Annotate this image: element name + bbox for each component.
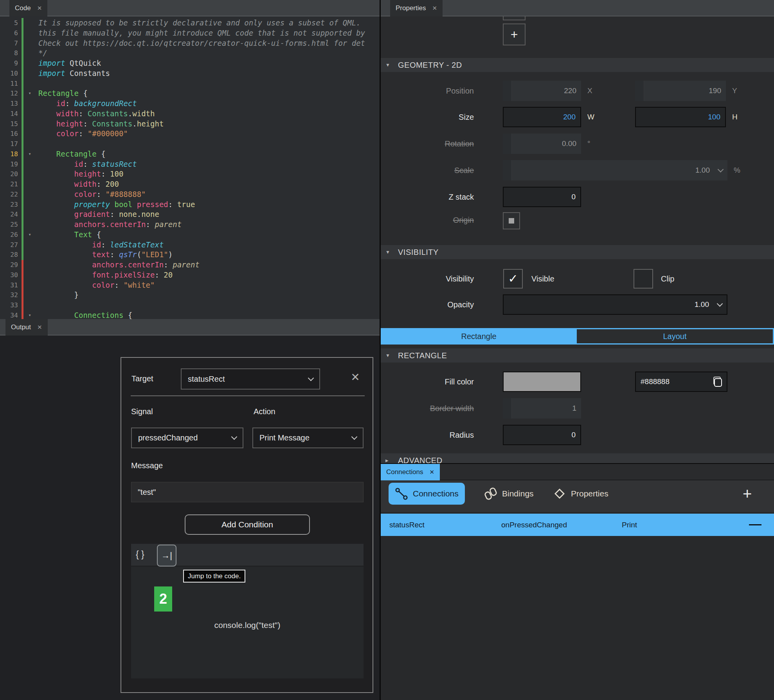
copy-icon[interactable] <box>713 377 722 387</box>
scale-field: 1.00 <box>503 160 727 180</box>
tab-properties[interactable]: Properties✕ <box>390 0 443 16</box>
message-input[interactable]: "test" <box>131 482 364 502</box>
opacity-field[interactable]: 1.00 <box>503 294 727 315</box>
fill-color-hex-field[interactable]: #888888 <box>635 372 727 392</box>
tab-layout[interactable]: Layout <box>577 329 773 343</box>
tab-connections[interactable]: Connections✕ <box>381 464 440 480</box>
chevron-down-icon <box>231 434 238 440</box>
code-line[interactable]: 13 id: backgroundRect <box>0 99 380 109</box>
code-line[interactable]: 9import QtQuick <box>0 58 380 69</box>
code-line[interactable]: 10import Constants <box>0 69 380 79</box>
code-line[interactable]: 16 color: "#000000" <box>0 129 380 139</box>
visible-checkbox[interactable]: ✓ <box>503 269 523 289</box>
code-line[interactable]: 5It is supposed to be strictly declarati… <box>0 18 380 28</box>
signal-dropdown[interactable]: pressedChanged <box>131 428 243 448</box>
remove-connection-icon[interactable] <box>749 524 761 525</box>
target-dropdown[interactable]: statusRect <box>181 368 320 390</box>
close-icon[interactable]: ✕ <box>347 370 363 385</box>
clip-checkbox[interactable] <box>634 269 653 289</box>
size-h-field[interactable]: 100 <box>635 107 726 127</box>
action-label: Action <box>254 407 275 416</box>
radius-label: Radius <box>381 425 474 445</box>
size-w-field[interactable]: 200 <box>503 107 581 127</box>
add-condition-button[interactable]: Add Condition <box>185 514 310 535</box>
code-line[interactable]: 17 <box>0 139 380 149</box>
origin-center-icon <box>509 218 514 224</box>
plus-icon: + <box>743 487 752 501</box>
close-icon[interactable]: ✕ <box>37 324 42 330</box>
properties-panel: + GEOMETRY - 2D Position 220 X 190 Y Siz… <box>380 0 774 463</box>
code-line[interactable]: 30 font.pixelSize: 20 <box>0 270 380 280</box>
braces-icon[interactable]: { } <box>136 549 144 560</box>
code-line[interactable]: 7Check out https://doc.qt.io/qtcreator/c… <box>0 38 380 49</box>
connection-row[interactable]: statusRect onPressedChanged Print <box>381 514 774 536</box>
code-line[interactable]: 29 anchors.centerIn: parent <box>0 260 380 270</box>
code-tabbar: Code✕ <box>0 0 380 16</box>
tab-connections-label: Connections <box>386 468 423 476</box>
fold-gutter <box>23 99 36 109</box>
fold-gutter <box>23 18 36 28</box>
jump-to-code-button[interactable]: →| <box>157 545 176 566</box>
code-preview-line[interactable]: console.log("test") <box>131 621 364 630</box>
chevron-down-icon <box>717 300 723 307</box>
code-line[interactable]: 32 } <box>0 290 380 300</box>
code-line[interactable]: 28 text: qsTr("LED1") <box>0 250 380 260</box>
fold-gutter <box>23 69 36 79</box>
tab-code[interactable]: Code✕ <box>9 0 47 16</box>
section-rectangle[interactable]: RECTANGLE <box>381 348 774 363</box>
code-editor[interactable]: 5It is supposed to be strictly declarati… <box>0 16 380 319</box>
section-visibility[interactable]: VISIBILITY <box>381 245 774 259</box>
add-connection-button[interactable]: + <box>743 483 752 505</box>
action-dropdown[interactable]: Print Message <box>252 428 364 448</box>
connections-view-button[interactable]: Connections <box>389 483 465 505</box>
fold-gutter <box>23 28 36 38</box>
connections-panel: Connections✕ Connections Bindings <box>380 463 774 700</box>
code-line[interactable]: 22 color: "#888888" <box>0 189 380 200</box>
bindings-view-button[interactable]: Bindings <box>478 483 540 505</box>
code-line[interactable]: 26▾ Text { <box>0 230 380 240</box>
add-item-button[interactable]: + <box>503 23 526 45</box>
tab-output[interactable]: Output✕ <box>5 319 48 336</box>
code-line[interactable]: 23 property bool pressed: true <box>0 200 380 210</box>
fold-arrow-icon[interactable]: ▾ <box>23 230 36 240</box>
plus-icon: + <box>511 27 518 42</box>
tab-rectangle[interactable]: Rectangle <box>381 328 577 345</box>
fold-arrow-icon[interactable]: ▾ <box>23 149 36 159</box>
code-line[interactable]: 8*/ <box>0 48 380 58</box>
fold-gutter <box>23 139 36 149</box>
code-line[interactable]: 19 id: statusRect <box>0 159 380 170</box>
code-line[interactable]: 34▾ Connections { <box>0 310 380 319</box>
code-line[interactable]: 31 color: "white" <box>0 280 380 290</box>
code-line[interactable]: 18▾ Rectangle { <box>0 149 380 159</box>
fold-gutter <box>23 58 36 69</box>
close-icon[interactable]: ✕ <box>37 5 42 11</box>
radius-field[interactable]: 0 <box>503 425 581 445</box>
code-line[interactable]: 25 anchors.centerIn: parent <box>0 220 380 230</box>
code-line[interactable]: 33 <box>0 300 380 310</box>
code-line[interactable]: 15 height: Constants.height <box>0 119 380 129</box>
code-line[interactable]: 11 <box>0 79 380 89</box>
code-line[interactable]: 21 width: 200 <box>0 179 380 189</box>
code-line[interactable]: 24 gradient: none.none <box>0 209 380 220</box>
code-line[interactable]: 14 width: Constants.width <box>0 109 380 119</box>
connection-editor-dialog: Target statusRect ✕ Signal Action presse… <box>121 357 373 693</box>
connections-toolbar: Connections Bindings Properties + <box>381 480 774 512</box>
line-count-badge: 2 <box>154 586 172 612</box>
close-icon[interactable]: ✕ <box>432 5 437 11</box>
code-line[interactable]: 20 height: 100 <box>0 169 380 179</box>
close-icon[interactable]: ✕ <box>430 469 435 475</box>
fold-arrow-icon[interactable]: ▾ <box>23 310 36 319</box>
code-line[interactable]: 6this file manually, you might introduce… <box>0 28 380 38</box>
origin-button[interactable] <box>503 212 520 229</box>
fill-color-swatch[interactable] <box>503 372 581 392</box>
section-advanced[interactable]: ADVANCED <box>381 453 774 463</box>
fold-gutter <box>23 159 36 170</box>
code-line[interactable]: 12▾Rectangle { <box>0 88 380 99</box>
section-geometry-2d[interactable]: GEOMETRY - 2D <box>381 58 774 72</box>
code-line[interactable]: 27 id: ledStateText <box>0 240 380 250</box>
properties-view-button[interactable]: Properties <box>547 483 615 505</box>
zstack-field[interactable]: 0 <box>503 187 581 207</box>
fold-gutter <box>23 129 36 139</box>
fold-arrow-icon[interactable]: ▾ <box>23 88 36 99</box>
fold-gutter <box>23 250 36 260</box>
